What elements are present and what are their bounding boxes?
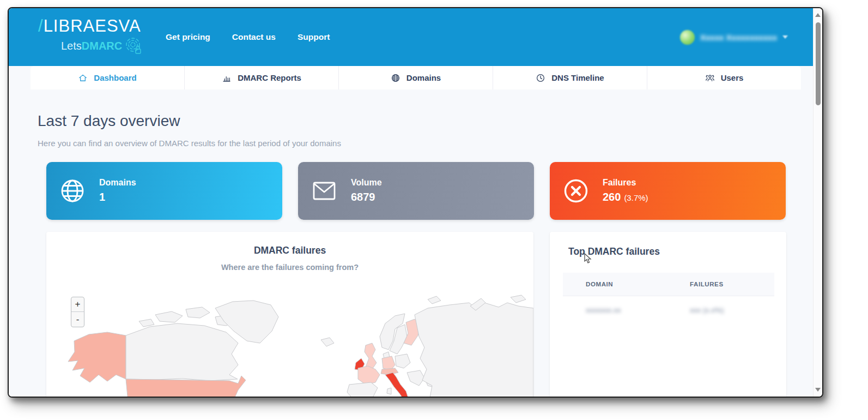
cell-failures-redacted: xxx (x.x%) — [690, 306, 724, 314]
brand-slash: / — [38, 16, 44, 35]
brand-lets: Lets — [61, 40, 82, 52]
stat-label: Failures — [603, 178, 636, 188]
map-country-sardinia — [387, 388, 391, 394]
bar-chart-icon — [222, 73, 232, 83]
cell-domain-redacted: xxxxxxx.xx — [586, 306, 621, 314]
envelope-icon — [311, 178, 337, 204]
home-icon — [78, 73, 88, 83]
world-choropleth-map[interactable] — [46, 293, 533, 398]
dmarc-failures-map-card: DMARC failures Where are the failures co… — [46, 232, 533, 398]
tab-label: DNS Timeline — [551, 73, 604, 82]
page-title: Last 7 days overview — [38, 112, 180, 130]
map-country-balkans — [407, 370, 424, 386]
fingerprint-lock-icon — [125, 37, 142, 55]
tab-dashboard[interactable]: Dashboard — [31, 66, 185, 89]
map-zoom-out-button[interactable]: - — [71, 312, 84, 327]
column-header-domain: DOMAIN — [586, 281, 613, 287]
clock-icon — [536, 73, 545, 83]
globe-icon — [391, 73, 400, 83]
map-country-france — [358, 366, 380, 385]
stat-value: 1 — [99, 191, 105, 203]
stat-suffix: (3.7%) — [624, 193, 648, 202]
map-card-subtitle: Where are the failures coming from? — [46, 263, 533, 272]
circle-x-icon — [563, 178, 589, 204]
stat-value: 260(3.7%) — [603, 191, 648, 203]
tab-dns-timeline[interactable]: DNS Timeline — [493, 66, 647, 89]
scrollbar-thumb[interactable] — [816, 22, 821, 105]
tab-label: Users — [721, 73, 744, 82]
tab-label: DMARC Reports — [238, 73, 301, 82]
stat-value: 6879 — [351, 191, 375, 203]
tab-domains[interactable]: Domains — [339, 66, 493, 89]
map-country-uk — [365, 343, 377, 369]
column-header-failures: FAILURES — [690, 281, 724, 287]
tab-users[interactable]: Users — [647, 66, 801, 89]
libraesva-logo[interactable]: /LIBRAESVA LetsDMARC — [38, 16, 142, 55]
map-country-russia — [415, 303, 533, 398]
tab-dmarc-reports[interactable]: DMARC Reports — [185, 66, 339, 89]
top-failures-title: Top DMARC failures — [568, 246, 660, 257]
dashboard-content: Last 7 days overview Here you can find a… — [9, 89, 813, 397]
user-menu[interactable]: Xxxxx Xxxxxxxxxxx — [680, 8, 788, 66]
brand-subtitle: LetsDMARC — [61, 37, 142, 55]
map-zoom-in-button[interactable]: + — [71, 297, 84, 312]
user-name-redacted: Xxxxx Xxxxxxxxxxx — [700, 33, 777, 42]
table-row[interactable]: xxxxxxx.xx xxx (x.x%) — [563, 296, 774, 322]
map-card-title: DMARC failures — [46, 245, 533, 256]
stat-label: Volume — [351, 178, 382, 188]
brand-dmarc: DMARC — [82, 40, 122, 52]
map-country-canada — [126, 323, 238, 381]
scroll-down-arrow-icon[interactable] — [815, 388, 821, 392]
map-country-spain — [347, 382, 378, 398]
avatar — [680, 30, 695, 45]
top-header: /LIBRAESVA LetsDMARC Get pricing Contact… — [9, 8, 813, 66]
main-tabbar: Dashboard DMARC Reports Domains DNS Time… — [31, 66, 801, 89]
map-country-iceland — [321, 338, 334, 346]
tab-label: Dashboard — [94, 73, 136, 82]
brand-text: LIBRAESVA — [44, 16, 141, 35]
mouse-cursor — [584, 253, 593, 264]
map-zoom-controls: + - — [71, 297, 84, 327]
stat-card-1[interactable]: Volume 6879 — [298, 162, 534, 220]
page-subtitle: Here you can find an overview of DMARC r… — [38, 139, 341, 148]
users-icon — [705, 73, 715, 83]
table-header: DOMAIN FAILURES — [563, 273, 774, 296]
stat-label: Domains — [99, 178, 136, 188]
globe-icon — [59, 178, 86, 204]
header-nav: Get pricing Contact us Support — [166, 8, 330, 66]
chevron-down-icon — [782, 35, 788, 39]
map-country-alaska — [68, 332, 126, 382]
stat-card-2[interactable]: Failures 260(3.7%) — [550, 162, 786, 220]
stat-card-0[interactable]: Domains 1 — [46, 162, 282, 220]
map-country-poland — [395, 354, 410, 368]
nav-get-pricing[interactable]: Get pricing — [166, 32, 210, 42]
app-window: /LIBRAESVA LetsDMARC Get pricing Contact… — [8, 7, 823, 398]
nav-support[interactable]: Support — [298, 32, 330, 42]
vertical-scrollbar[interactable] — [813, 8, 822, 397]
tab-label: Domains — [406, 73, 441, 82]
scroll-up-arrow-icon[interactable] — [815, 13, 821, 17]
brand-name: /LIBRAESVA — [38, 16, 142, 36]
nav-contact-us[interactable]: Contact us — [232, 32, 276, 42]
